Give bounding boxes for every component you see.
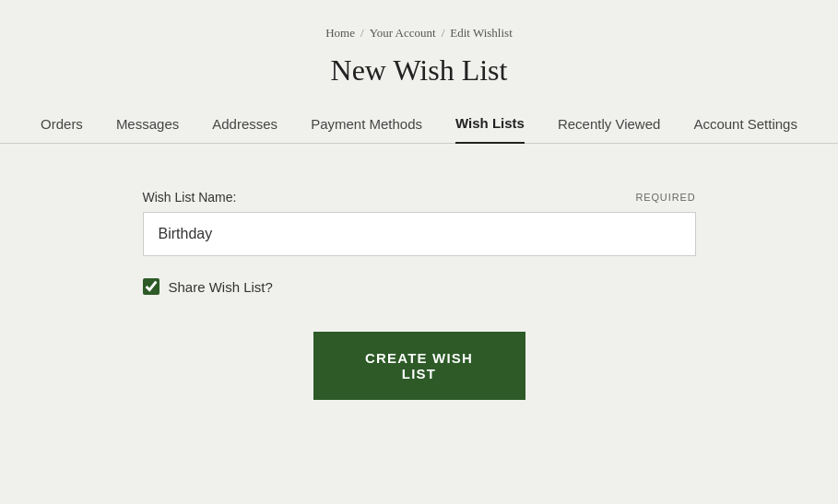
share-checkbox-container[interactable]: Share Wish List? [143, 278, 696, 295]
required-badge: REQUIRED [635, 192, 695, 203]
nav-item-wish-lists[interactable]: Wish Lists [455, 115, 525, 144]
breadcrumb-edit-wishlist: Edit Wishlist [450, 26, 513, 41]
wish-list-name-input[interactable] [143, 212, 696, 256]
nav-bar: Orders Messages Addresses Payment Method… [0, 115, 838, 144]
nav-item-payment-methods[interactable]: Payment Methods [311, 116, 422, 143]
wish-list-name-label: Wish List Name: [143, 190, 237, 205]
breadcrumb-your-account[interactable]: Your Account [370, 26, 436, 41]
nav-item-messages[interactable]: Messages [116, 116, 179, 143]
share-checkbox-label: Share Wish List? [169, 279, 273, 295]
nav-item-recently-viewed[interactable]: Recently Viewed [558, 116, 660, 143]
breadcrumb-home[interactable]: Home [325, 26, 355, 41]
form-container: Wish List Name: REQUIRED Share Wish List… [143, 190, 696, 400]
field-header: Wish List Name: REQUIRED [143, 190, 696, 205]
nav-item-addresses[interactable]: Addresses [212, 116, 277, 143]
breadcrumb-sep1: / [360, 26, 364, 41]
page-container: Home / Your Account / Edit Wishlist New … [0, 0, 838, 504]
nav-item-orders[interactable]: Orders [41, 116, 83, 143]
page-title: New Wish List [331, 53, 508, 88]
nav-item-account-settings[interactable]: Account Settings [693, 116, 797, 143]
breadcrumb: Home / Your Account / Edit Wishlist [325, 26, 513, 41]
share-wish-list-checkbox[interactable] [143, 278, 159, 295]
breadcrumb-sep2: / [442, 26, 445, 41]
create-wish-list-button[interactable]: CREATE WISH LIST [313, 332, 525, 400]
